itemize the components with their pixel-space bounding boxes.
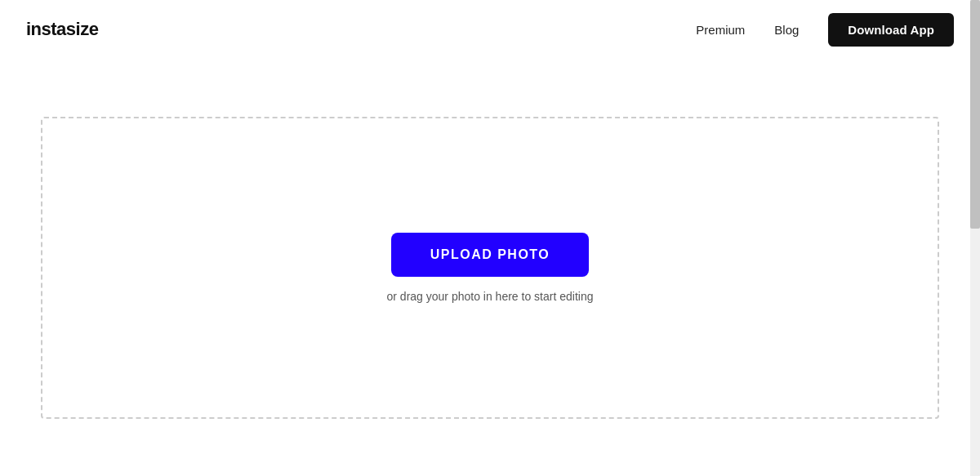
header: instasize Premium Blog Download App xyxy=(0,0,980,59)
premium-link[interactable]: Premium xyxy=(696,23,745,37)
upload-drop-zone[interactable]: UPLOAD PHOTO or drag your photo in here … xyxy=(41,117,939,419)
scrollbar[interactable] xyxy=(970,0,980,476)
upload-hint-text: or drag your photo in here to start edit… xyxy=(387,290,594,303)
blog-link[interactable]: Blog xyxy=(774,23,799,37)
download-app-button[interactable]: Download App xyxy=(828,13,954,47)
nav: Premium Blog Download App xyxy=(696,13,954,47)
logo: instasize xyxy=(26,19,98,40)
scrollbar-thumb[interactable] xyxy=(970,0,980,229)
main-content: UPLOAD PHOTO or drag your photo in here … xyxy=(0,59,980,476)
upload-photo-button[interactable]: UPLOAD PHOTO xyxy=(391,233,590,277)
